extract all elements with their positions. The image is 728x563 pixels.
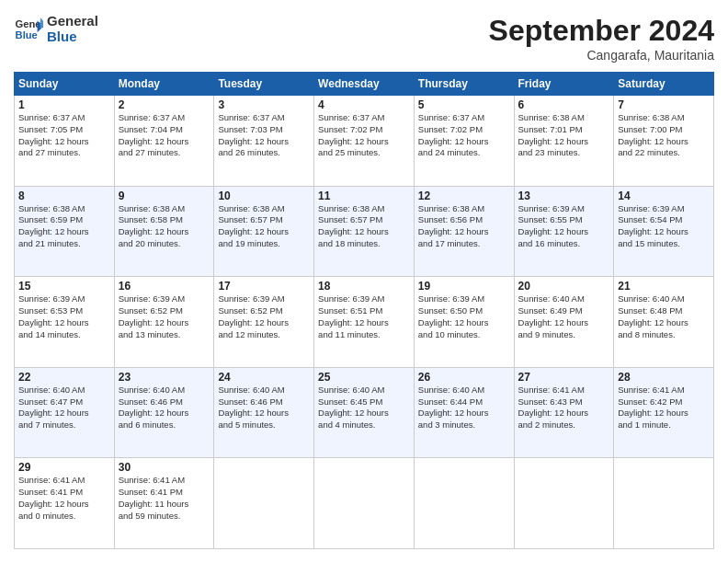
day-info: Sunrise: 6:39 AM Sunset: 6:52 PM Dayligh… [119, 293, 210, 340]
col-thursday: Thursday [414, 73, 514, 96]
day-info: Sunrise: 6:37 AM Sunset: 7:02 PM Dayligh… [318, 112, 410, 159]
calendar-cell: 19Sunrise: 6:39 AM Sunset: 6:50 PM Dayli… [414, 277, 514, 368]
day-number: 26 [418, 371, 510, 384]
calendar-cell: 5Sunrise: 6:37 AM Sunset: 7:02 PM Daylig… [414, 96, 514, 187]
day-info: Sunrise: 6:40 AM Sunset: 6:48 PM Dayligh… [618, 293, 710, 340]
day-number: 9 [119, 190, 210, 202]
day-info: Sunrise: 6:41 AM Sunset: 6:41 PM Dayligh… [18, 475, 110, 522]
day-number: 18 [318, 280, 410, 293]
day-number: 30 [119, 461, 210, 474]
day-number: 15 [18, 280, 110, 293]
day-info: Sunrise: 6:37 AM Sunset: 7:05 PM Dayligh… [18, 112, 110, 159]
col-monday: Monday [114, 73, 214, 96]
day-info: Sunrise: 6:40 AM Sunset: 6:47 PM Dayligh… [18, 385, 110, 431]
calendar-week-5: 29Sunrise: 6:41 AM Sunset: 6:41 PM Dayli… [15, 458, 714, 549]
calendar-cell [614, 458, 714, 549]
day-info: Sunrise: 6:38 AM Sunset: 6:56 PM Dayligh… [418, 203, 510, 250]
header-row: Sunday Monday Tuesday Wednesday Thursday… [15, 73, 714, 96]
day-info: Sunrise: 6:40 AM Sunset: 6:46 PM Dayligh… [218, 385, 310, 431]
day-info: Sunrise: 6:39 AM Sunset: 6:53 PM Dayligh… [18, 293, 110, 340]
day-number: 1 [18, 98, 110, 111]
calendar-cell [314, 458, 415, 549]
day-number: 20 [518, 280, 610, 293]
day-info: Sunrise: 6:40 AM Sunset: 6:45 PM Dayligh… [318, 385, 410, 431]
day-number: 24 [218, 371, 310, 384]
col-saturday: Saturday [614, 73, 714, 96]
day-info: Sunrise: 6:38 AM Sunset: 7:00 PM Dayligh… [618, 112, 710, 159]
calendar-cell: 29Sunrise: 6:41 AM Sunset: 6:41 PM Dayli… [15, 458, 115, 549]
day-number: 21 [618, 280, 710, 293]
month-title: September 2024 [489, 14, 714, 48]
day-number: 3 [218, 98, 310, 111]
calendar-cell: 20Sunrise: 6:40 AM Sunset: 6:49 PM Dayli… [514, 277, 614, 368]
calendar-cell: 3Sunrise: 6:37 AM Sunset: 7:03 PM Daylig… [214, 96, 314, 187]
calendar-cell: 2Sunrise: 6:37 AM Sunset: 7:04 PM Daylig… [114, 96, 214, 187]
day-info: Sunrise: 6:38 AM Sunset: 6:59 PM Dayligh… [18, 203, 110, 250]
day-info: Sunrise: 6:37 AM Sunset: 7:03 PM Dayligh… [218, 112, 310, 159]
calendar-cell: 28Sunrise: 6:41 AM Sunset: 6:42 PM Dayli… [614, 367, 714, 458]
day-number: 16 [119, 280, 210, 293]
day-info: Sunrise: 6:39 AM Sunset: 6:50 PM Dayligh… [418, 293, 510, 340]
calendar-cell: 27Sunrise: 6:41 AM Sunset: 6:43 PM Dayli… [514, 367, 614, 458]
day-number: 25 [318, 371, 410, 384]
calendar-cell: 11Sunrise: 6:38 AM Sunset: 6:57 PM Dayli… [314, 186, 415, 277]
calendar-cell: 22Sunrise: 6:40 AM Sunset: 6:47 PM Dayli… [15, 367, 115, 458]
calendar-cell: 14Sunrise: 6:39 AM Sunset: 6:54 PM Dayli… [614, 186, 714, 277]
calendar-week-1: 1Sunrise: 6:37 AM Sunset: 7:05 PM Daylig… [15, 96, 714, 187]
day-info: Sunrise: 6:41 AM Sunset: 6:42 PM Dayligh… [618, 385, 710, 431]
day-info: Sunrise: 6:38 AM Sunset: 6:57 PM Dayligh… [218, 203, 310, 250]
day-info: Sunrise: 6:37 AM Sunset: 7:04 PM Dayligh… [119, 112, 210, 159]
calendar-cell: 15Sunrise: 6:39 AM Sunset: 6:53 PM Dayli… [15, 277, 115, 368]
col-tuesday: Tuesday [214, 73, 314, 96]
day-info: Sunrise: 6:40 AM Sunset: 6:46 PM Dayligh… [119, 385, 210, 431]
calendar-cell: 18Sunrise: 6:39 AM Sunset: 6:51 PM Dayli… [314, 277, 415, 368]
svg-text:Blue: Blue [16, 29, 38, 40]
day-info: Sunrise: 6:40 AM Sunset: 6:49 PM Dayligh… [518, 293, 610, 340]
calendar-cell: 26Sunrise: 6:40 AM Sunset: 6:44 PM Dayli… [414, 367, 514, 458]
calendar-cell: 12Sunrise: 6:38 AM Sunset: 6:56 PM Dayli… [414, 186, 514, 277]
calendar-cell [214, 458, 314, 549]
page: General Blue General Blue September 2024… [0, 0, 728, 563]
day-number: 19 [418, 280, 510, 293]
calendar-cell: 16Sunrise: 6:39 AM Sunset: 6:52 PM Dayli… [114, 277, 214, 368]
calendar-body: 1Sunrise: 6:37 AM Sunset: 7:05 PM Daylig… [15, 96, 714, 549]
calendar-cell: 23Sunrise: 6:40 AM Sunset: 6:46 PM Dayli… [114, 367, 214, 458]
calendar-cell: 4Sunrise: 6:37 AM Sunset: 7:02 PM Daylig… [314, 96, 415, 187]
calendar-cell: 21Sunrise: 6:40 AM Sunset: 6:48 PM Dayli… [614, 277, 714, 368]
day-info: Sunrise: 6:39 AM Sunset: 6:54 PM Dayligh… [618, 203, 710, 250]
day-number: 28 [618, 371, 710, 384]
calendar-week-4: 22Sunrise: 6:40 AM Sunset: 6:47 PM Dayli… [15, 367, 714, 458]
day-number: 4 [318, 98, 410, 111]
day-number: 27 [518, 371, 610, 384]
calendar-cell: 6Sunrise: 6:38 AM Sunset: 7:01 PM Daylig… [514, 96, 614, 187]
day-number: 8 [18, 190, 110, 202]
calendar-cell: 17Sunrise: 6:39 AM Sunset: 6:52 PM Dayli… [214, 277, 314, 368]
day-number: 2 [119, 98, 210, 111]
col-friday: Friday [514, 73, 614, 96]
calendar-header: Sunday Monday Tuesday Wednesday Thursday… [15, 73, 714, 96]
day-info: Sunrise: 6:39 AM Sunset: 6:51 PM Dayligh… [318, 293, 410, 340]
day-number: 29 [18, 461, 110, 474]
day-number: 22 [18, 371, 110, 384]
calendar-cell [414, 458, 514, 549]
day-number: 5 [418, 98, 510, 111]
day-number: 23 [119, 371, 210, 384]
header: General Blue General Blue September 2024… [14, 14, 714, 63]
calendar-cell: 13Sunrise: 6:39 AM Sunset: 6:55 PM Dayli… [514, 186, 614, 277]
day-info: Sunrise: 6:37 AM Sunset: 7:02 PM Dayligh… [418, 112, 510, 159]
title-area: September 2024 Cangarafa, Mauritania [489, 14, 714, 63]
calendar-cell: 9Sunrise: 6:38 AM Sunset: 6:58 PM Daylig… [114, 186, 214, 277]
logo: General Blue General Blue [14, 14, 98, 44]
col-sunday: Sunday [15, 73, 115, 96]
day-number: 11 [318, 190, 410, 202]
day-info: Sunrise: 6:38 AM Sunset: 7:01 PM Dayligh… [518, 112, 610, 159]
calendar-table: Sunday Monday Tuesday Wednesday Thursday… [14, 72, 714, 549]
day-number: 6 [518, 98, 610, 111]
col-wednesday: Wednesday [314, 73, 415, 96]
calendar-week-3: 15Sunrise: 6:39 AM Sunset: 6:53 PM Dayli… [15, 277, 714, 368]
day-number: 10 [218, 190, 310, 202]
calendar-cell: 30Sunrise: 6:41 AM Sunset: 6:41 PM Dayli… [114, 458, 214, 549]
day-number: 14 [618, 190, 710, 202]
day-info: Sunrise: 6:39 AM Sunset: 6:52 PM Dayligh… [218, 293, 310, 340]
day-info: Sunrise: 6:39 AM Sunset: 6:55 PM Dayligh… [518, 203, 610, 250]
